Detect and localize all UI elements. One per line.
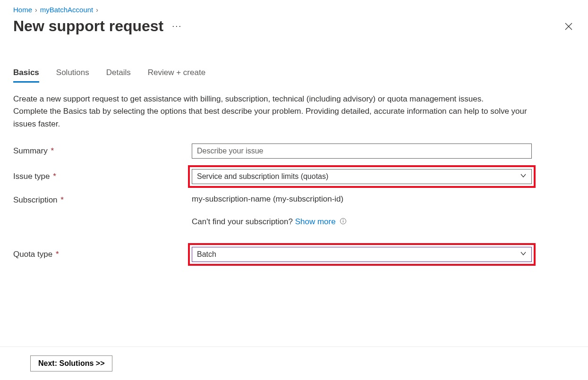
page-title: New support request bbox=[13, 17, 163, 35]
quota-type-select[interactable]: Batch bbox=[192, 247, 532, 262]
highlight-issue-type: Service and subscription limits (quotas) bbox=[188, 165, 536, 188]
breadcrumb-account[interactable]: myBatchAccount bbox=[40, 6, 94, 14]
info-icon[interactable] bbox=[340, 218, 347, 227]
next-solutions-button[interactable]: Next: Solutions >> bbox=[30, 355, 112, 372]
quota-type-label: Quota type * bbox=[13, 250, 192, 259]
subscription-label: Subscription * bbox=[13, 194, 192, 205]
intro-text: Create a new support request to get assi… bbox=[13, 93, 542, 130]
summary-label: Summary * bbox=[13, 146, 192, 156]
chevron-right-icon: › bbox=[35, 6, 37, 14]
subscription-value: my-subscription-name (my-subscription-id… bbox=[192, 194, 532, 204]
close-icon[interactable] bbox=[562, 20, 575, 33]
quota-type-value: Batch bbox=[197, 250, 216, 259]
tab-review-create[interactable]: Review + create bbox=[148, 68, 205, 83]
tab-details[interactable]: Details bbox=[106, 68, 131, 83]
footer: Next: Solutions >> bbox=[0, 346, 588, 380]
summary-input[interactable] bbox=[192, 144, 532, 159]
tabs: Basics Solutions Details Review + create bbox=[13, 68, 575, 83]
breadcrumb-home[interactable]: Home bbox=[13, 6, 32, 14]
show-more-link[interactable]: Show more bbox=[295, 217, 336, 226]
chevron-right-icon: › bbox=[96, 6, 98, 14]
issue-type-select[interactable]: Service and subscription limits (quotas) bbox=[192, 169, 532, 184]
issue-type-value: Service and subscription limits (quotas) bbox=[197, 172, 328, 181]
tab-solutions[interactable]: Solutions bbox=[56, 68, 89, 83]
chevron-down-icon bbox=[520, 250, 527, 259]
cant-find-subscription-text: Can't find your subscription? bbox=[192, 217, 295, 226]
highlight-quota-type: Batch bbox=[188, 243, 536, 266]
more-icon[interactable]: ··· bbox=[172, 21, 182, 31]
chevron-down-icon bbox=[520, 172, 527, 181]
tab-basics[interactable]: Basics bbox=[13, 68, 39, 83]
svg-point-4 bbox=[343, 219, 344, 220]
breadcrumb: Home › myBatchAccount › bbox=[13, 6, 575, 14]
issue-type-label: Issue type * bbox=[13, 172, 192, 181]
